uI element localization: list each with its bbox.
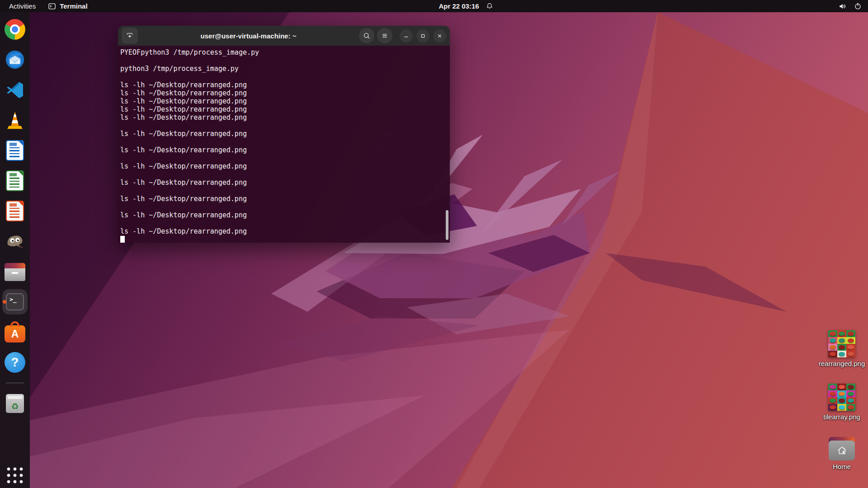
dock-item-writer[interactable] bbox=[2, 138, 28, 163]
terminal-line bbox=[120, 122, 445, 130]
focused-app-label: Terminal bbox=[60, 2, 87, 10]
clock-menu[interactable]: Apr 22 03:16 bbox=[439, 2, 494, 11]
thumbnail-tile-button bbox=[848, 352, 854, 357]
desktop-icon-tilearray-png[interactable]: tilearray.png bbox=[815, 384, 868, 421]
thumbnail-tile-button bbox=[830, 332, 836, 336]
focused-app-menu[interactable]: Terminal bbox=[47, 2, 87, 11]
terminal-line bbox=[120, 219, 445, 227]
terminal-line bbox=[120, 170, 445, 178]
thumbnail-tile-button bbox=[830, 399, 836, 403]
thumbnail-tile-button bbox=[830, 405, 836, 410]
terminal-titlebar[interactable]: user@user-virtual-machine: ~ bbox=[118, 26, 450, 46]
dock-item-software[interactable]: A bbox=[2, 319, 28, 345]
terminal-line bbox=[120, 73, 445, 81]
window-title: user@user-virtual-machine: ~ bbox=[141, 32, 356, 40]
thumbnail-tile bbox=[837, 337, 846, 344]
terminal-line: ls -lh ~/Desktop/rearranged.png bbox=[120, 211, 445, 219]
volume-icon bbox=[838, 2, 847, 11]
thumbnail-tile bbox=[846, 330, 855, 337]
terminal-line: ls -lh ~/Desktop/rearranged.png bbox=[120, 130, 445, 138]
thumbnail-tile bbox=[846, 390, 855, 397]
thumbnail-tile bbox=[837, 390, 846, 397]
thumbnail-tile-button bbox=[839, 385, 845, 389]
thumbnail-tile-button bbox=[839, 332, 845, 336]
chrome-icon bbox=[5, 19, 25, 40]
thumbnail-tile bbox=[828, 344, 837, 351]
close-button[interactable] bbox=[433, 29, 446, 42]
thumbnail-tile-button bbox=[839, 399, 845, 403]
thumbnail-tile bbox=[828, 404, 837, 411]
terminal-line: ls -lh ~/Desktop/rearranged.png bbox=[120, 113, 445, 122]
help-icon: ? bbox=[5, 352, 25, 373]
thumbnail-tile-button bbox=[839, 338, 845, 343]
thumbnail-tile bbox=[828, 384, 837, 390]
system-status-area[interactable] bbox=[838, 2, 868, 11]
terminal-line: python3 /tmp/process_image.py bbox=[120, 65, 445, 73]
minimize-button[interactable] bbox=[400, 29, 413, 42]
terminal-line: ls -lh ~/Desktop/rearranged.png bbox=[120, 89, 445, 97]
dock-item-gimp[interactable] bbox=[2, 229, 28, 254]
terminal-cursor-line bbox=[120, 235, 445, 243]
thumbnail-tile-button bbox=[839, 345, 845, 350]
terminal-line: ls -lh ~/Desktop/rearranged.png bbox=[120, 97, 445, 105]
thumbnail-tile bbox=[846, 337, 855, 344]
thunderbird-icon bbox=[5, 49, 25, 70]
terminal-line: ls -lh ~/Desktop/rearranged.png bbox=[120, 146, 445, 154]
thumbnail-tile bbox=[837, 404, 846, 411]
ubuntu-software-icon: A bbox=[5, 325, 25, 343]
thumbnail-tile bbox=[837, 330, 846, 337]
thumbnail-tile bbox=[837, 384, 846, 390]
desktop-icon-rearranged-png[interactable]: rearranged.png bbox=[815, 330, 868, 367]
terminal-line: ls -lh ~/Desktop/rearranged.png bbox=[120, 81, 445, 89]
thumbnail-tile-button bbox=[830, 352, 836, 357]
clock-label: Apr 22 03:16 bbox=[439, 2, 479, 10]
dock-item-calc[interactable] bbox=[2, 168, 28, 193]
dock-item-help[interactable]: ? bbox=[2, 350, 28, 375]
dock-item-vlc[interactable] bbox=[2, 108, 28, 133]
thumbnail-tile bbox=[846, 397, 855, 404]
thumbnail-tile-button bbox=[848, 385, 854, 389]
scrollbar-thumb[interactable] bbox=[446, 210, 448, 240]
files-icon bbox=[5, 266, 25, 281]
app-grid-icon bbox=[6, 466, 24, 484]
dock-item-impress[interactable] bbox=[2, 198, 28, 224]
dock-item-files[interactable] bbox=[2, 259, 28, 284]
running-indicator-dot bbox=[3, 300, 6, 304]
dock-item-trash[interactable]: ♻ bbox=[2, 391, 28, 416]
terminal-line: ls -lh ~/Desktop/rearranged.png bbox=[120, 227, 445, 235]
new-tab-button[interactable] bbox=[122, 28, 138, 44]
libreoffice-writer-icon bbox=[6, 140, 24, 161]
terminal-line bbox=[120, 203, 445, 211]
gimp-icon bbox=[5, 231, 25, 252]
home-folder-icon bbox=[829, 441, 855, 460]
dock-item-show-apps[interactable] bbox=[2, 463, 28, 488]
thumbnail-tile-button bbox=[848, 405, 854, 410]
menu-button[interactable] bbox=[377, 28, 392, 43]
dock-item-thunderbird[interactable] bbox=[2, 47, 28, 72]
thumbnail-tile-button bbox=[830, 392, 836, 396]
thumbnail-tile bbox=[828, 390, 837, 397]
libreoffice-impress-icon bbox=[6, 201, 24, 221]
window-controls bbox=[400, 29, 446, 42]
search-button[interactable] bbox=[359, 28, 374, 43]
dock-item-vscode[interactable] bbox=[2, 77, 28, 103]
thumbnail-tile-button bbox=[848, 345, 854, 350]
terminal-lines: PYEOFpython3 /tmp/process_image.py pytho… bbox=[120, 48, 445, 235]
desktop-icon-label: tilearray.png bbox=[823, 413, 860, 421]
thumbnail-tile-button bbox=[848, 399, 854, 403]
dock-item-chrome[interactable] bbox=[2, 17, 28, 42]
terminal-cursor bbox=[120, 236, 125, 243]
top-bar-left: Activities Terminal bbox=[0, 2, 88, 11]
terminal-line: ls -lh ~/Desktop/rearranged.png bbox=[120, 195, 445, 203]
terminal-line bbox=[120, 154, 445, 162]
maximize-button[interactable] bbox=[416, 29, 429, 42]
desktop-icon-label: Home bbox=[833, 463, 851, 470]
activities-button[interactable]: Activities bbox=[9, 2, 36, 10]
terminal-window: user@user-virtual-machine: ~ PYEOFpython… bbox=[118, 26, 450, 243]
terminal-output[interactable]: PYEOFpython3 /tmp/process_image.py pytho… bbox=[118, 46, 450, 243]
desktop-icon-home[interactable]: Home bbox=[815, 436, 868, 470]
thumbnail-tile bbox=[828, 397, 837, 404]
desktop-icon-label: rearranged.png bbox=[819, 360, 865, 367]
thumbnail-tile-button bbox=[839, 392, 845, 396]
dock-item-terminal[interactable]: >_ bbox=[2, 289, 28, 314]
